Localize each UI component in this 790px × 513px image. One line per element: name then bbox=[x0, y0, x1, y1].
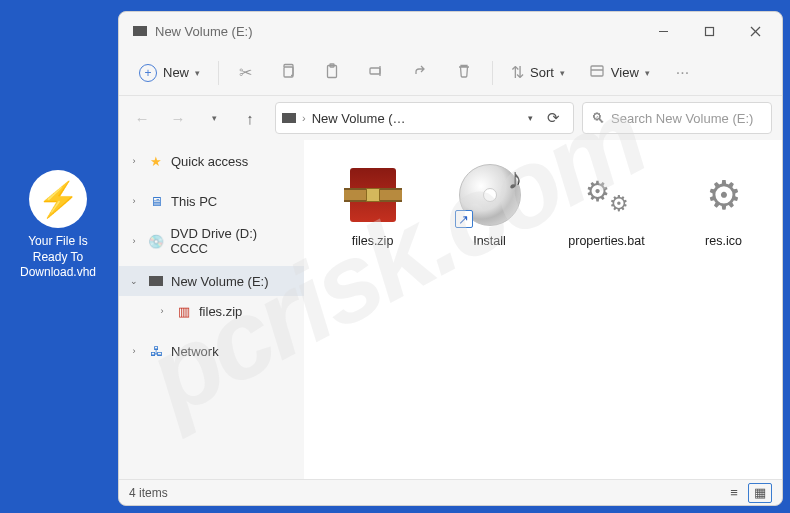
maximize-button[interactable] bbox=[686, 12, 732, 50]
titlebar[interactable]: New Volume (E:) bbox=[119, 12, 782, 50]
item-count: 4 items bbox=[129, 486, 168, 500]
chevron-right-icon[interactable]: › bbox=[155, 306, 169, 316]
chevron-right-icon[interactable]: › bbox=[127, 196, 141, 206]
back-button[interactable]: ← bbox=[125, 101, 159, 135]
new-label: New bbox=[163, 65, 189, 80]
sidebar-item-this-pc[interactable]: ›🖥This PC bbox=[119, 186, 304, 216]
up-button[interactable]: ↑ bbox=[233, 101, 267, 135]
sidebar-item-label: files.zip bbox=[199, 304, 242, 319]
separator bbox=[492, 61, 493, 85]
sidebar-item-label: Network bbox=[171, 344, 219, 359]
close-button[interactable] bbox=[732, 12, 778, 50]
file-label: properties.bat bbox=[568, 234, 644, 248]
file-label: files.zip bbox=[352, 234, 394, 248]
svg-rect-9 bbox=[591, 66, 603, 76]
sidebar[interactable]: ›★Quick access ›🖥This PC ›💿DVD Drive (D:… bbox=[119, 140, 304, 479]
sidebar-item-network[interactable]: ›🖧Network bbox=[119, 336, 304, 366]
file-explorer-window: New Volume (E:) + New ▾ ✂ ⇅ Sort ▾ View … bbox=[118, 11, 783, 506]
sort-label: Sort bbox=[530, 65, 554, 80]
more-button[interactable]: ··· bbox=[664, 56, 701, 90]
sort-icon: ⇅ bbox=[511, 63, 524, 82]
address-path: New Volume (… bbox=[312, 111, 522, 126]
chevron-down-icon: ▾ bbox=[645, 68, 650, 78]
sidebar-item-label: DVD Drive (D:) CCCC bbox=[170, 226, 296, 256]
chevron-right-icon[interactable]: › bbox=[127, 156, 141, 166]
sort-button[interactable]: ⇅ Sort ▾ bbox=[501, 56, 575, 90]
view-label: View bbox=[611, 65, 639, 80]
forward-button[interactable]: → bbox=[161, 101, 195, 135]
paste-button[interactable] bbox=[312, 56, 352, 90]
file-item-files-zip[interactable]: files.zip bbox=[314, 154, 431, 269]
details-view-button[interactable]: ≡ bbox=[722, 483, 746, 503]
sidebar-item-label: This PC bbox=[171, 194, 217, 209]
copy-button[interactable] bbox=[268, 56, 308, 90]
sidebar-item-new-volume[interactable]: ⌄New Volume (E:) bbox=[119, 266, 304, 296]
refresh-button[interactable]: ⟳ bbox=[539, 101, 567, 135]
chevron-down-icon: ▾ bbox=[195, 68, 200, 78]
file-content-area[interactable]: files.zip ♪↗ Install ⚙⚙ properties.bat ⚙… bbox=[304, 140, 782, 479]
file-label: res.ico bbox=[705, 234, 742, 248]
ico-file-icon: ⚙ bbox=[689, 160, 759, 230]
search-input[interactable] bbox=[611, 111, 763, 126]
desktop-file-label: Your File Is Ready To Download.vhd bbox=[18, 234, 98, 281]
copy-icon bbox=[280, 63, 296, 83]
search-box[interactable]: 🔍︎ bbox=[582, 102, 772, 134]
sidebar-item-label: New Volume (E:) bbox=[171, 274, 269, 289]
chevron-right-icon[interactable]: › bbox=[127, 236, 141, 246]
chevron-down-icon[interactable]: ▾ bbox=[528, 113, 533, 123]
share-button[interactable] bbox=[400, 56, 440, 90]
drive-icon bbox=[147, 276, 165, 286]
sidebar-item-label: Quick access bbox=[171, 154, 248, 169]
window-title: New Volume (E:) bbox=[155, 24, 640, 39]
desktop-file-icon[interactable]: ⚡ Your File Is Ready To Download.vhd bbox=[18, 170, 98, 281]
star-icon: ★ bbox=[147, 154, 165, 169]
navbar: ← → ▾ ↑ › New Volume (… ▾ ⟳ 🔍︎ bbox=[119, 96, 782, 140]
svg-rect-7 bbox=[370, 68, 380, 74]
chevron-right-icon[interactable]: › bbox=[127, 346, 141, 356]
view-button[interactable]: View ▾ bbox=[579, 56, 660, 90]
chevron-down-icon: ▾ bbox=[560, 68, 565, 78]
zip-icon: ▥ bbox=[175, 304, 193, 319]
monitor-icon: 🖥 bbox=[147, 194, 165, 209]
sidebar-item-dvd[interactable]: ›💿DVD Drive (D:) CCCC bbox=[119, 226, 304, 256]
address-bar[interactable]: › New Volume (… ▾ ⟳ bbox=[275, 102, 574, 134]
delete-button[interactable] bbox=[444, 56, 484, 90]
network-icon: 🖧 bbox=[147, 344, 165, 359]
drive-icon bbox=[282, 113, 296, 123]
file-item-res-ico[interactable]: ⚙ res.ico bbox=[665, 154, 782, 269]
sidebar-item-quick-access[interactable]: ›★Quick access bbox=[119, 146, 304, 176]
file-item-install[interactable]: ♪↗ Install bbox=[431, 154, 548, 269]
sidebar-item-files-zip[interactable]: ›▥files.zip bbox=[119, 296, 304, 326]
separator bbox=[218, 61, 219, 85]
dvd-icon: 💿 bbox=[147, 234, 165, 249]
recent-button[interactable]: ▾ bbox=[197, 101, 231, 135]
status-bar: 4 items ≡ ▦ bbox=[119, 479, 782, 505]
breadcrumb-separator: › bbox=[302, 112, 306, 124]
chevron-down-icon[interactable]: ⌄ bbox=[127, 276, 141, 286]
share-icon bbox=[412, 63, 428, 83]
search-icon: 🔍︎ bbox=[591, 110, 605, 126]
paste-icon bbox=[324, 63, 340, 83]
plus-icon: + bbox=[139, 64, 157, 82]
bat-file-icon: ⚙⚙ bbox=[572, 160, 642, 230]
new-button[interactable]: + New ▾ bbox=[129, 56, 210, 90]
cut-icon: ✂ bbox=[239, 63, 252, 82]
file-item-properties-bat[interactable]: ⚙⚙ properties.bat bbox=[548, 154, 665, 269]
cut-button[interactable]: ✂ bbox=[227, 56, 264, 90]
rename-button[interactable] bbox=[356, 56, 396, 90]
minimize-button[interactable] bbox=[640, 12, 686, 50]
zip-archive-icon bbox=[338, 160, 408, 230]
install-shortcut-icon: ♪↗ bbox=[455, 160, 525, 230]
rename-icon bbox=[368, 63, 384, 83]
icons-view-button[interactable]: ▦ bbox=[748, 483, 772, 503]
daemon-tools-icon: ⚡ bbox=[29, 170, 87, 228]
drive-icon bbox=[133, 26, 147, 36]
file-label: Install bbox=[473, 234, 506, 248]
more-icon: ··· bbox=[676, 64, 689, 82]
svg-rect-1 bbox=[705, 27, 713, 35]
view-icon bbox=[589, 63, 605, 83]
toolbar: + New ▾ ✂ ⇅ Sort ▾ View ▾ ··· bbox=[119, 50, 782, 96]
trash-icon bbox=[456, 63, 472, 83]
